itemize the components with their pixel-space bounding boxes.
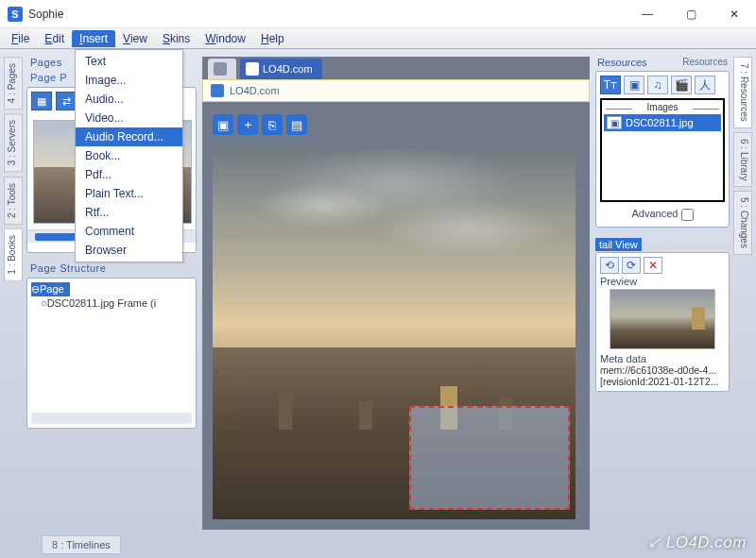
selection-box[interactable] bbox=[409, 406, 570, 510]
watermark: ↙ LO4D.com bbox=[647, 533, 747, 552]
insert-dropdown: Text Image... Audio... Video... Audio Re… bbox=[75, 49, 183, 262]
res-filter-image-icon[interactable]: ▣ bbox=[624, 76, 644, 94]
advanced-row: Advanced bbox=[600, 202, 725, 223]
menu-insert[interactable]: Insert bbox=[72, 30, 115, 47]
document-subbar: LO4D.com bbox=[202, 79, 590, 102]
insert-audio-record[interactable]: Audio Record... bbox=[76, 127, 182, 146]
document-tabstrip: LO4D.com bbox=[202, 57, 590, 79]
res-filter-pdf-icon[interactable]: 人 bbox=[695, 76, 715, 94]
menu-help[interactable]: Help bbox=[253, 30, 292, 47]
detail-delete-icon[interactable]: ✕ bbox=[644, 257, 662, 274]
side-tab-servers[interactable]: 3 : Servers bbox=[4, 113, 23, 172]
canvas-tool-link-icon[interactable]: ⎘ bbox=[262, 114, 283, 135]
menu-file[interactable]: File bbox=[4, 30, 37, 47]
insert-pdf[interactable]: Pdf... bbox=[76, 165, 182, 184]
insert-book[interactable]: Book... bbox=[76, 146, 182, 165]
menu-skins[interactable]: Skins bbox=[155, 30, 198, 47]
tree-node-frame[interactable]: ○DSC02811.jpg Frame (i bbox=[31, 296, 192, 310]
menu-file-rest: ile bbox=[18, 32, 29, 45]
side-tab-library[interactable]: 6 : Library bbox=[733, 132, 752, 187]
resources-header: Resources bbox=[595, 57, 730, 71]
canvas-tool-plus-icon[interactable]: ＋ bbox=[237, 114, 258, 135]
menu-edit[interactable]: Edit bbox=[37, 30, 72, 47]
page-structure-panel: Page Structure ⊖Page ○DSC02811.jpg Frame… bbox=[26, 262, 197, 429]
insert-browser[interactable]: Browser bbox=[76, 241, 182, 260]
tab-home[interactable] bbox=[208, 59, 236, 79]
preview-image[interactable] bbox=[610, 289, 715, 349]
meta-value-2: [revisionId:2021-01-12T2... bbox=[600, 376, 725, 387]
favicon-icon bbox=[211, 84, 224, 97]
side-tab-tools[interactable]: 2 : Tools bbox=[4, 177, 23, 225]
insert-comment[interactable]: Comment bbox=[76, 222, 182, 241]
canvas-tool-image-icon[interactable]: ▤ bbox=[286, 114, 307, 135]
image-file-icon: ▣ bbox=[607, 116, 622, 129]
side-tab-books[interactable]: 1 : Books bbox=[4, 228, 23, 281]
resources-item[interactable]: ▣ DSC02811.jpg bbox=[604, 114, 721, 131]
meta-label: Meta data bbox=[600, 353, 725, 364]
menubar: File Edit Insert View Skins Window Help bbox=[0, 28, 756, 49]
tree-node-page[interactable]: ⊖Page bbox=[31, 282, 70, 296]
menu-view[interactable]: View bbox=[115, 30, 155, 47]
tab-document-label: LO4D.com bbox=[263, 63, 313, 75]
monitor-icon bbox=[214, 62, 227, 76]
res-filter-text-icon[interactable]: Tᴛ bbox=[600, 76, 621, 94]
close-button[interactable]: ✕ bbox=[713, 0, 756, 28]
tree-node-page-label: Page bbox=[40, 283, 64, 295]
canvas-hscroll[interactable] bbox=[213, 519, 576, 529]
app-logo-icon: S bbox=[8, 7, 23, 22]
pages-tool-2-icon[interactable]: ⇄ bbox=[56, 92, 77, 110]
bottom-tab-timelines[interactable]: 8 : Timelines bbox=[42, 535, 121, 554]
photo-frame[interactable] bbox=[213, 146, 579, 519]
right-panel: Resources Tᴛ ▣ ♫ 🎬 人 Images ▣ DSC02811.j… bbox=[595, 57, 730, 392]
advanced-label: Advanced bbox=[632, 208, 679, 219]
page-structure-title: Page Structure bbox=[26, 262, 197, 278]
doc-icon bbox=[246, 62, 259, 76]
detail-box: ⟲ ⟳ ✕ Preview Meta data mem://6c61038e-d… bbox=[595, 252, 730, 392]
res-filter-audio-icon[interactable]: ♫ bbox=[647, 76, 668, 94]
canvas-page[interactable] bbox=[213, 146, 579, 519]
titlebar: S Sophie — ▢ ✕ bbox=[0, 0, 756, 28]
insert-image[interactable]: Image... bbox=[76, 71, 182, 90]
resources-item-label: DSC02811.jpg bbox=[626, 117, 694, 128]
resources-list: Images ▣ DSC02811.jpg bbox=[600, 98, 725, 202]
canvas-toolbar: ▣ ＋ ⎘ ▤ bbox=[213, 114, 307, 135]
maximize-button[interactable]: ▢ bbox=[669, 0, 713, 28]
right-side-tabs: 7 : Resources 6 : Library 5 : Changes bbox=[733, 57, 752, 255]
tab-document[interactable]: LO4D.com bbox=[240, 59, 322, 79]
detail-next-icon[interactable]: ⟳ bbox=[622, 257, 641, 274]
page-structure-tree: ⊖Page ○DSC02811.jpg Frame (i bbox=[26, 278, 197, 429]
insert-audio[interactable]: Audio... bbox=[76, 90, 182, 109]
advanced-checkbox[interactable] bbox=[681, 209, 694, 221]
detail-panel: tail View ⟲ ⟳ ✕ Preview Meta data mem://… bbox=[595, 235, 730, 392]
side-tab-resources[interactable]: 7 : Resources bbox=[733, 57, 752, 128]
insert-rtf[interactable]: Rtf... bbox=[76, 203, 182, 222]
res-filter-video-icon[interactable]: 🎬 bbox=[671, 76, 692, 94]
resources-box: Tᴛ ▣ ♫ 🎬 人 Images ▣ DSC02811.jpg Advance… bbox=[595, 71, 730, 228]
insert-text[interactable]: Text bbox=[76, 52, 182, 71]
insert-video[interactable]: Video... bbox=[76, 109, 182, 127]
detail-toolbar: ⟲ ⟳ ✕ bbox=[600, 257, 725, 274]
side-tab-pages[interactable]: 4 : Pages bbox=[4, 57, 23, 110]
tree-node-frame-label: DSC02811.jpg Frame (i bbox=[47, 297, 157, 309]
resources-toolbar: Tᴛ ▣ ♫ 🎬 人 bbox=[600, 76, 725, 94]
detail-title: tail View bbox=[595, 238, 642, 251]
canvas-tool-add-icon[interactable]: ▣ bbox=[213, 114, 233, 135]
meta-value-1: mem://6c61038e-d0de-4... bbox=[600, 364, 725, 376]
window-title: Sophie bbox=[28, 8, 63, 21]
structure-hscroll[interactable] bbox=[31, 413, 192, 424]
left-side-tabs: 4 : Pages 3 : Servers 2 : Tools 1 : Book… bbox=[4, 57, 23, 280]
resources-group-label: Images bbox=[604, 102, 721, 112]
menu-window[interactable]: Window bbox=[198, 30, 253, 47]
preview-label: Preview bbox=[600, 276, 725, 287]
detail-prev-icon[interactable]: ⟲ bbox=[600, 257, 619, 274]
pages-tool-1-icon[interactable]: ▦ bbox=[31, 92, 52, 110]
canvas-vscroll[interactable] bbox=[576, 148, 589, 519]
canvas-wrap: ▣ ＋ ⎘ ▤ bbox=[202, 102, 590, 530]
minimize-button[interactable]: — bbox=[626, 0, 669, 28]
insert-plain-text[interactable]: Plain Text... bbox=[76, 184, 182, 203]
resources-header-label: Resources bbox=[597, 57, 647, 68]
document-subbar-label: LO4D.com bbox=[230, 85, 280, 96]
center-area: LO4D.com LO4D.com ▣ ＋ ⎘ ▤ bbox=[202, 57, 590, 530]
side-tab-changes[interactable]: 5 : Changes bbox=[733, 191, 752, 255]
